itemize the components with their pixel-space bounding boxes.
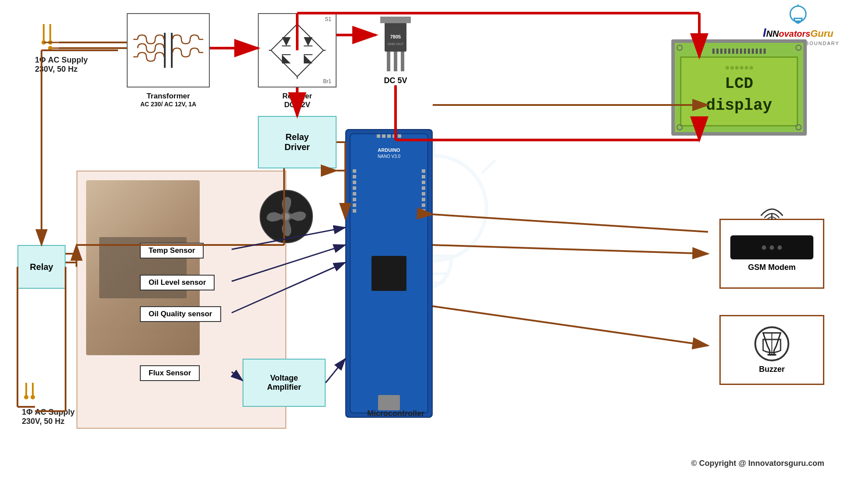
rectifier-box: Br1 S1 [258, 13, 337, 87]
microcontroller-label: Microcontroller [367, 409, 424, 418]
relay-box: Relay [17, 245, 66, 289]
svg-point-51 [31, 395, 35, 399]
s1-label: S1 [325, 16, 331, 22]
gsm-modem-body [730, 235, 813, 259]
svg-rect-37 [387, 52, 390, 71]
copyright: © Copyright @ Innovatorsguru.com [691, 459, 824, 468]
transformer-box [127, 13, 210, 87]
svg-line-84 [326, 359, 345, 383]
dc5v-box: 7805 GND OUT DC 5V [376, 4, 415, 85]
svg-rect-36 [380, 17, 411, 23]
ac-supply-top-line1: 1Φ AC Supply [35, 56, 88, 65]
svg-marker-27 [282, 55, 291, 63]
br1-label: Br1 [323, 78, 331, 84]
microcontroller-board: ARDUINO NANO V3.0 [345, 129, 433, 418]
buzzer-icon [754, 326, 789, 361]
ac-supply-top-line2: 230V, 50 Hz [35, 65, 88, 74]
flux-sensor-label: Flux Sensor [140, 365, 200, 381]
diagram-container: INNovatorsGuru THINK BEYOND BOUNDARY 1Φ … [0, 0, 868, 479]
transformer-label: Transformer AC 230/ AC 12V, 1A [127, 92, 210, 108]
svg-point-6 [790, 6, 806, 22]
svg-rect-38 [394, 52, 397, 71]
buzzer-box: Buzzer [719, 315, 824, 385]
rectifier-label: Rectifier DC 12V [258, 92, 337, 109]
buzzer-label: Buzzer [759, 365, 785, 374]
temp-sensor-label: Temp Sensor [140, 243, 204, 259]
svg-line-87 [433, 306, 708, 346]
svg-rect-39 [401, 52, 404, 71]
svg-point-50 [24, 395, 28, 399]
svg-line-88 [433, 214, 708, 232]
svg-marker-23 [282, 37, 291, 46]
svg-point-15 [48, 46, 52, 50]
voltage-amplifier-box: Voltage Amplifier [243, 359, 326, 407]
ac-supply-bottom-line2: 230V, 50 Hz [22, 417, 75, 426]
dc5v-label: DC 5V [384, 76, 407, 85]
lcd-pins [712, 49, 766, 54]
svg-marker-25 [304, 37, 312, 46]
ac-supply-bottom: 1Φ AC Supply 230V, 50 Hz [22, 383, 75, 426]
lcd-display: LCD display [671, 39, 807, 136]
svg-marker-29 [304, 55, 312, 63]
svg-line-5 [482, 160, 495, 173]
cooling-fan [258, 188, 315, 245]
ac-supply-top: 1Φ AC Supply 230V, 50 Hz [35, 24, 88, 74]
oil-level-sensor-label: Oil Level sensor [140, 275, 215, 290]
svg-point-44 [283, 213, 290, 220]
svg-marker-22 [271, 24, 323, 77]
relay-driver-box: Relay Driver [258, 116, 337, 168]
gsm-label: GSM Modem [748, 263, 795, 272]
gsm-modem-box: GSM Modem [719, 219, 824, 289]
lcd-text: LCD display [706, 73, 772, 117]
ac-supply-bottom-line1: 1Φ AC Supply [22, 408, 75, 417]
svg-text:7805: 7805 [390, 34, 401, 39]
oil-quality-sensor-label: Oil Quality sensor [140, 306, 221, 322]
gsm-antenna-icon [759, 200, 785, 222]
svg-line-86 [433, 245, 708, 254]
svg-text:GND OUT: GND OUT [388, 42, 404, 46]
